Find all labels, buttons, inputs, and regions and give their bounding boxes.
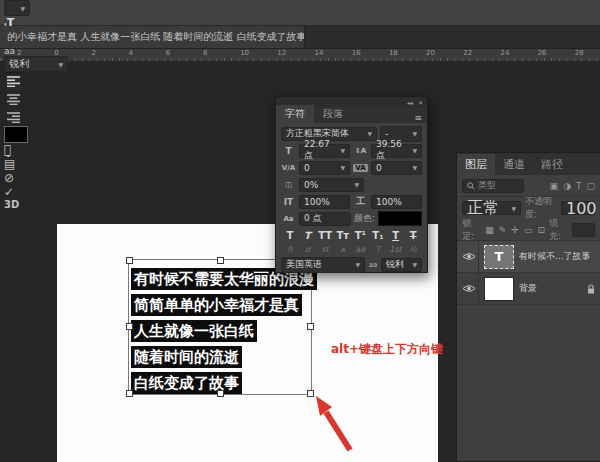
text-style-buttons: TTTTTᴛT¹T₁TT bbox=[281, 228, 422, 242]
document-tab-bar: 的小幸福才是真 人生就像一张白纸 随着时间的流逝 白纸变成了故事 RGB/8) … bbox=[0, 26, 600, 49]
chevron-down-icon: ▼ bbox=[355, 261, 360, 268]
language-value: 美国英语 bbox=[286, 258, 322, 271]
opentype-button[interactable]: T bbox=[369, 245, 387, 254]
lock-option-icon[interactable]: ⊡ bbox=[537, 225, 545, 235]
transform-handle[interactable] bbox=[217, 257, 224, 264]
antialias-dropdown[interactable]: 锐利 ▼ bbox=[4, 56, 68, 72]
commit-edits-icon[interactable]: ✓ bbox=[4, 185, 14, 199]
transform-handle[interactable] bbox=[126, 257, 133, 264]
color-label: 颜色: bbox=[354, 212, 375, 225]
opentype-button[interactable]: st bbox=[316, 245, 334, 254]
chevron-down-icon: ▼ bbox=[58, 61, 63, 68]
layer-visibility-toggle[interactable] bbox=[460, 273, 479, 304]
text-style-button[interactable]: T¹ bbox=[352, 230, 370, 241]
transform-handle[interactable] bbox=[217, 390, 224, 397]
transform-handle[interactable] bbox=[307, 323, 314, 330]
text-color-swatch[interactable] bbox=[4, 126, 28, 143]
lock-option-icon[interactable]: ✛ bbox=[511, 225, 519, 235]
transform-handle[interactable] bbox=[126, 323, 133, 330]
font-style-value: - bbox=[385, 129, 388, 139]
align-center-button[interactable] bbox=[4, 90, 23, 108]
document-tab[interactable]: 的小幸福才是真 人生就像一张白纸 随着时间的流逝 白纸变成了故事 RGB/8) … bbox=[0, 26, 305, 48]
layer-name[interactable]: 有时候不...了故事 bbox=[519, 250, 597, 263]
opentype-buttons: fiơstᴀaaT1st½ bbox=[281, 244, 422, 255]
layer-name[interactable]: 背景 bbox=[519, 282, 582, 295]
text-style-button[interactable]: T bbox=[299, 230, 317, 241]
align-left-icon bbox=[7, 76, 20, 87]
lock-option-icon[interactable]: ▦ bbox=[485, 225, 494, 235]
canvas-text-line[interactable]: 简简单单的小幸福才是真 bbox=[131, 294, 302, 316]
font-style-dropdown[interactable]: ▼ bbox=[4, 0, 30, 16]
red-arrow bbox=[300, 392, 362, 456]
language-dropdown[interactable]: 美国英语 ▼ bbox=[281, 257, 365, 273]
layer-row-background[interactable]: 背景 bbox=[457, 273, 600, 305]
text-style-button[interactable]: T bbox=[281, 230, 299, 241]
cancel-edits-icon[interactable]: ⊘ bbox=[4, 171, 14, 185]
lock-option-icon[interactable]: ✎ bbox=[499, 225, 507, 235]
antialias-icon: aa bbox=[368, 261, 378, 269]
collapse-panel-icon[interactable]: ◂◂ bbox=[407, 99, 413, 106]
3d-button[interactable]: 3D bbox=[4, 199, 19, 210]
character-color-swatch[interactable] bbox=[378, 211, 422, 226]
text-style-button[interactable]: T bbox=[404, 230, 422, 241]
panel-menu-icon[interactable]: ≡ bbox=[409, 113, 427, 123]
type-layer-thumbnail[interactable]: T bbox=[484, 245, 514, 269]
opentype-button[interactable]: fi bbox=[281, 245, 299, 254]
baseline-shift-icon: Aa bbox=[281, 215, 296, 223]
tutorial-annotation: alt+键盘上下方向键 bbox=[331, 341, 443, 358]
lock-option-icon[interactable]: ▭ bbox=[524, 225, 533, 235]
chevron-down-icon: ▼ bbox=[367, 130, 372, 137]
text-style-button[interactable]: T₁ bbox=[369, 230, 387, 241]
canvas-text-line[interactable]: 随着时间的流逝 bbox=[131, 346, 242, 368]
align-right-icon bbox=[7, 112, 20, 123]
background-layer-thumbnail[interactable] bbox=[484, 277, 514, 301]
tool-options-bar: ▼ ₜT 22.67 点 ▼ aa 锐利 ▼ エ̣ ▤ ⊘ ✓ 3D bbox=[0, 0, 600, 26]
align-center-icon bbox=[7, 94, 20, 105]
canvas-text-line[interactable]: 白纸变成了故事 bbox=[131, 372, 242, 394]
document-title: 的小幸福才是真 人生就像一张白纸 随着时间的流逝 白纸变成了故事 RGB/8) … bbox=[7, 30, 305, 44]
transform-handle[interactable] bbox=[126, 390, 133, 397]
text-style-button[interactable]: TT bbox=[316, 230, 334, 241]
baseline-shift-value: 0 点 bbox=[304, 212, 322, 225]
tab-character[interactable]: 字符 bbox=[276, 105, 314, 123]
opentype-button[interactable]: ơ bbox=[299, 245, 317, 254]
align-right-button[interactable] bbox=[4, 108, 23, 126]
toggle-panels-icon[interactable]: ▤ bbox=[4, 157, 15, 171]
character-panel-tabs: 字符 段落 ≡ bbox=[276, 107, 427, 123]
eye-icon bbox=[462, 252, 476, 261]
fill-field[interactable] bbox=[572, 223, 595, 237]
baseline-shift-field[interactable]: 0 点 bbox=[299, 212, 351, 226]
chevron-down-icon: ▼ bbox=[20, 5, 25, 12]
text-style-button[interactable]: Tᴛ bbox=[334, 230, 352, 241]
eye-icon bbox=[462, 284, 476, 293]
opentype-button[interactable]: aa bbox=[352, 245, 370, 254]
chevron-down-icon: ▼ bbox=[412, 130, 417, 137]
antialias-value: 锐利 bbox=[386, 258, 404, 271]
opentype-button[interactable]: 1st bbox=[387, 245, 405, 254]
align-left-button[interactable] bbox=[4, 72, 23, 90]
lock-icon bbox=[587, 284, 595, 294]
lock-icons: ▦✎✛▭⊡ bbox=[485, 225, 545, 235]
photoshop-window: 有时候不需要太华丽的浪漫 简简单单的小幸福才是真 人生就像一张白纸 随着时间的流… bbox=[0, 0, 600, 462]
chevron-down-icon: ▼ bbox=[412, 261, 417, 268]
antialias-dropdown[interactable]: 锐利 ▼ bbox=[381, 258, 422, 272]
opentype-button[interactable]: ½ bbox=[404, 245, 422, 254]
layer-visibility-toggle[interactable] bbox=[460, 241, 479, 272]
antialias-value: 锐利 bbox=[9, 57, 29, 71]
text-style-button[interactable]: T bbox=[387, 230, 405, 241]
fill-label: 填充: bbox=[549, 217, 568, 243]
opentype-button[interactable]: ᴀ bbox=[334, 245, 352, 254]
layer-row-text[interactable]: T 有时候不...了故事 bbox=[457, 241, 600, 273]
warp-text-icon[interactable]: エ̣ bbox=[4, 143, 11, 157]
canvas-text-line[interactable]: 人生就像一张白纸 bbox=[131, 320, 257, 342]
close-panel-icon[interactable]: ✕ bbox=[418, 99, 423, 106]
lock-label: 锁定: bbox=[462, 217, 481, 243]
tab-paragraph[interactable]: 段落 bbox=[314, 105, 352, 123]
